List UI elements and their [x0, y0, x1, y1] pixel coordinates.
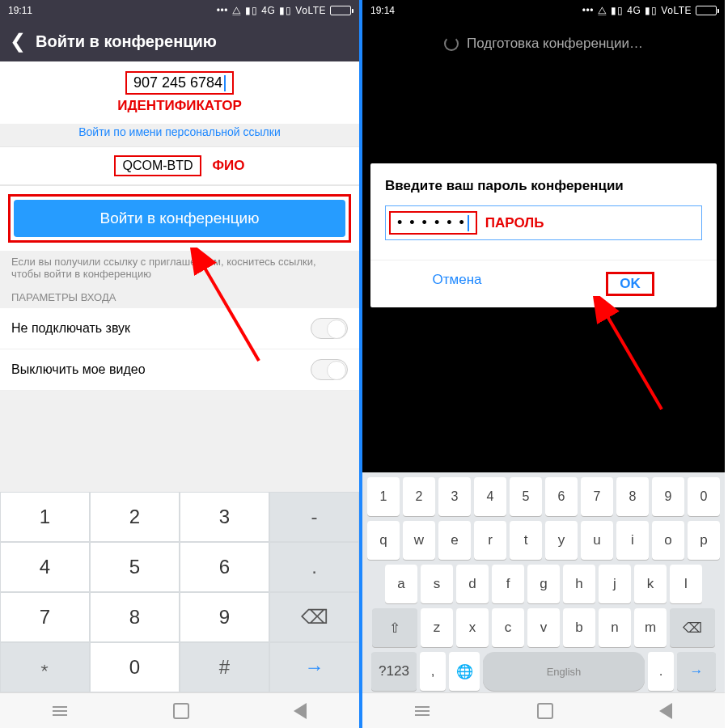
battery-icon-r	[696, 6, 717, 15]
key-z[interactable]: z	[421, 608, 453, 647]
status-bar: 19:11 ••• ⧋ ▮▯ 4G ▮▯ VoLTE	[0, 0, 359, 21]
key-3[interactable]: 3	[180, 492, 269, 542]
personal-link[interactable]: Войти по имени персональной ссылки	[0, 124, 359, 146]
key-k[interactable]: k	[634, 565, 667, 603]
signal-icon-r: ▮▯	[611, 5, 623, 16]
key-q[interactable]: q	[367, 521, 400, 560]
key-2[interactable]: 2	[403, 477, 435, 516]
audio-toggle[interactable]	[311, 318, 348, 339]
key-j[interactable]: j	[599, 565, 631, 603]
key-enter-q[interactable]: →	[677, 652, 716, 691]
key-4[interactable]: 4	[474, 477, 506, 516]
key-s[interactable]: s	[421, 565, 453, 603]
spinner-icon	[444, 36, 459, 51]
meeting-id-block: 907 245 6784 ИДЕНТИФИКАТОР	[0, 61, 359, 124]
key-7[interactable]: 7	[581, 477, 613, 516]
status-time-r: 19:14	[370, 5, 395, 16]
key-o[interactable]: o	[652, 521, 684, 560]
key-space[interactable]: English	[483, 652, 645, 691]
key-8[interactable]: 8	[90, 592, 180, 642]
network-label-r: 4G	[627, 5, 641, 16]
key-b[interactable]: b	[563, 608, 595, 647]
key-2[interactable]: 2	[90, 492, 180, 542]
dots-icon-r: •••	[582, 5, 594, 16]
nav-recent-icon[interactable]	[53, 703, 69, 719]
key-4[interactable]: 4	[0, 542, 90, 592]
text-cursor	[224, 75, 226, 91]
key-symbols[interactable]: ?123	[371, 652, 417, 691]
key-p[interactable]: p	[688, 521, 720, 560]
key-t[interactable]: t	[510, 521, 542, 560]
key-x[interactable]: x	[456, 608, 489, 647]
key-8[interactable]: 8	[616, 477, 649, 516]
key-9[interactable]: 9	[180, 592, 269, 642]
join-button[interactable]: Войти в конференцию	[14, 200, 345, 237]
nav-recent-icon-r[interactable]	[415, 703, 431, 719]
key-dot[interactable]: .	[269, 542, 359, 592]
key-star[interactable]: ﹡	[0, 642, 90, 692]
key-dash[interactable]: -	[269, 492, 359, 542]
key-7[interactable]: 7	[0, 592, 90, 642]
key-w[interactable]: w	[403, 521, 435, 560]
key-1[interactable]: 1	[0, 492, 90, 542]
key-i[interactable]: i	[616, 521, 649, 560]
key-c[interactable]: c	[492, 608, 524, 647]
key-5[interactable]: 5	[510, 477, 542, 516]
dialog-title: Введите ваш пароль конференции	[370, 163, 717, 205]
key-9[interactable]: 9	[652, 477, 684, 516]
nav-back-icon[interactable]	[294, 703, 307, 719]
qrow-2: asdfghjkl	[366, 565, 722, 603]
key-6[interactable]: 6	[180, 542, 269, 592]
android-navbar	[0, 692, 359, 728]
password-field-wrapper[interactable]: • • • • • • ПАРОЛЬ	[385, 205, 702, 240]
key-h[interactable]: h	[563, 565, 595, 603]
dark-body: Подготовка конференции… Введите ваш паро…	[362, 21, 725, 472]
key-a[interactable]: a	[385, 565, 417, 603]
password-input[interactable]: • • • • • •	[389, 211, 477, 235]
key-f[interactable]: f	[492, 565, 524, 603]
key-e[interactable]: e	[438, 521, 471, 560]
key-g[interactable]: g	[527, 565, 560, 603]
status-time: 19:11	[8, 5, 32, 16]
nav-back-icon-r[interactable]	[659, 703, 672, 719]
key-hash[interactable]: #	[180, 642, 269, 692]
wifi-icon: ⧋	[232, 5, 242, 16]
option-video-row: Выключить мое видео	[0, 349, 359, 391]
loading-text: Подготовка конференции…	[467, 36, 643, 52]
key-comma[interactable]: ,	[420, 652, 446, 691]
key-y[interactable]: y	[545, 521, 578, 560]
key-1[interactable]: 1	[367, 477, 400, 516]
phone-screen-join: 19:11 ••• ⧋ ▮▯ 4G ▮▯ VoLTE ❮ Войти в кон…	[0, 0, 362, 728]
back-icon[interactable]: ❮	[10, 30, 26, 53]
display-name-input[interactable]: QCOM-BTD	[114, 155, 201, 176]
volte-label: VoLTE	[295, 5, 326, 16]
key-d[interactable]: d	[456, 565, 489, 603]
key-l[interactable]: l	[670, 565, 702, 603]
status-bar-r: 19:14 ••• ⧋ ▮▯ 4G ▮▯ VoLTE	[362, 0, 725, 21]
key-5[interactable]: 5	[90, 542, 180, 592]
key-m[interactable]: m	[634, 608, 667, 647]
annotation-name-label: ФИО	[213, 158, 245, 174]
key-⌫[interactable]: ⌫	[670, 608, 715, 647]
key-0[interactable]: 0	[90, 642, 180, 692]
key-period[interactable]: .	[648, 652, 674, 691]
key-u[interactable]: u	[581, 521, 613, 560]
nav-home-icon-r[interactable]	[537, 703, 553, 719]
video-toggle[interactable]	[311, 359, 348, 380]
meeting-id-input[interactable]: 907 245 6784	[125, 71, 234, 95]
key-n[interactable]: n	[599, 608, 631, 647]
key-⇧[interactable]: ⇧	[372, 608, 417, 647]
qrow-num: 1234567890	[366, 477, 722, 516]
key-6[interactable]: 6	[545, 477, 578, 516]
key-globe[interactable]: 🌐	[449, 652, 480, 691]
ok-button[interactable]: OK	[544, 260, 717, 307]
key-r[interactable]: r	[474, 521, 506, 560]
nav-home-icon[interactable]	[173, 703, 189, 719]
key-enter[interactable]: →	[269, 642, 359, 692]
key-3[interactable]: 3	[438, 477, 471, 516]
key-0[interactable]: 0	[688, 477, 720, 516]
key-v[interactable]: v	[527, 608, 560, 647]
key-backspace[interactable]: ⌫	[269, 592, 359, 642]
qrow-4: ?123 , 🌐 English . →	[366, 652, 722, 691]
cancel-button[interactable]: Отмена	[370, 260, 544, 307]
